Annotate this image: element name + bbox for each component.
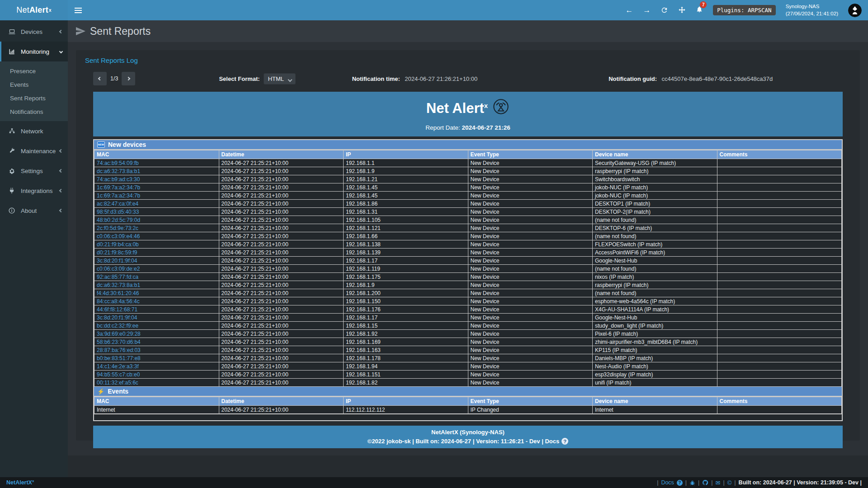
mac-link[interactable]: bc:dd:c2:32:f9:ee bbox=[97, 323, 138, 329]
mac-link[interactable]: 94:b5:55:c7:cb:e0 bbox=[97, 371, 140, 378]
table-cell: New Device bbox=[468, 200, 593, 208]
mac-link[interactable]: 00:11:32:ef:a5:6c bbox=[97, 380, 138, 386]
mac-link[interactable]: 2c:f0:5d:9e:73:2c bbox=[97, 225, 138, 231]
sidebar-item-network[interactable]: Network bbox=[0, 121, 68, 141]
laptop-icon bbox=[9, 29, 18, 35]
table-cell: 44:6f:f8:12:68:71 bbox=[94, 305, 219, 314]
mac-link[interactable]: 3c:8d:20:f1:9f:04 bbox=[97, 314, 137, 321]
mac-link[interactable]: ac:82:47:ca:0f:e4 bbox=[97, 201, 138, 207]
table-cell: 192.168.1.21 bbox=[344, 175, 468, 183]
mac-link[interactable]: 1c:69:7a:a2:34:7b bbox=[97, 192, 140, 199]
docs-help-icon[interactable]: ? bbox=[677, 480, 683, 486]
sidebar-item-settings[interactable]: Settings bbox=[0, 161, 68, 181]
table-cell bbox=[717, 167, 842, 175]
mac-link[interactable]: 3c:8d:20:f1:9f:04 bbox=[97, 258, 137, 264]
sidebar-subitem-notifications[interactable]: Notifications bbox=[0, 105, 68, 118]
docs-link[interactable]: Docs bbox=[661, 479, 674, 486]
table-cell: 2024-06-27 21:25:21+10:00 bbox=[219, 175, 344, 183]
plugins-status-chip[interactable]: Plugins: ARPSCAN bbox=[713, 5, 775, 15]
table-cell: study_down_light (IP match) bbox=[593, 322, 717, 330]
mac-link[interactable]: 28:87:ba:76:ed:03 bbox=[97, 347, 141, 353]
table-cell: 2024-06-27 21:25:21+10:00 bbox=[219, 232, 344, 240]
table-cell: 2024-06-27 21:25:21+10:00 bbox=[219, 208, 344, 216]
table-cell: dc:a6:32:73:8a:b1 bbox=[94, 167, 219, 175]
mac-link[interactable]: d0:21:f9:b4:ca:0b bbox=[97, 241, 139, 248]
mac-link[interactable]: f4:4d:30:61:20:46 bbox=[97, 290, 139, 296]
table-row: dc:a6:32:73:8a:b12024-06-27 21:25:21+10:… bbox=[94, 281, 842, 289]
email-icon[interactable]: ✉ bbox=[716, 479, 721, 486]
format-select-wrap: HTML bbox=[264, 73, 296, 84]
mac-link[interactable]: 98:5f:d3:d5:40:33 bbox=[97, 209, 139, 215]
move-arrows-icon[interactable] bbox=[678, 6, 686, 14]
table-cell: 2024-06-27 21:25:21+10:00 bbox=[219, 249, 344, 257]
plug-icon bbox=[9, 188, 18, 194]
table-cell: 2024-06-27 21:25:21+10:00 bbox=[219, 371, 344, 379]
table-cell: 2024-06-27 21:25:21+10:00 bbox=[219, 167, 344, 175]
bug-report-icon[interactable] bbox=[689, 480, 695, 486]
mac-link[interactable]: c0:06:c3:09:de:e2 bbox=[97, 266, 140, 272]
footer-build-version: Built on: 2024-06-27 | Version: 21:39:05… bbox=[739, 479, 862, 486]
mac-link[interactable]: 92:ac:85:77:fd:ca bbox=[97, 274, 138, 280]
mac-link[interactable]: b0:be:83:51:77:e8 bbox=[97, 355, 141, 361]
host-info: Synology-NAS (27/06/2024, 21:41:02) bbox=[786, 3, 838, 17]
sidebar-item-integrations[interactable]: Integrations bbox=[0, 181, 68, 201]
table-cell bbox=[717, 192, 842, 200]
mac-link[interactable]: 74:ac:b9:54:09:fb bbox=[97, 160, 139, 166]
mac-link[interactable]: 44:6f:f8:12:68:71 bbox=[97, 306, 137, 313]
mac-link[interactable]: c0:06:c3:09:e4:46 bbox=[97, 233, 140, 239]
footer-brand[interactable]: NetAlertXx bbox=[6, 479, 34, 486]
table-row: 00:11:32:ef:a5:6c2024-06-27 21:25:21+10:… bbox=[94, 379, 842, 387]
mac-link[interactable]: 74:ac:b9:ad:c3:30 bbox=[97, 176, 140, 183]
report-footer-credits: ©2022 jokob-sk | Built on: 2024-06-27 | … bbox=[93, 438, 843, 445]
table-cell: bc:dd:c2:32:f9:ee bbox=[94, 322, 219, 330]
table-cell: 28:87:ba:76:ed:03 bbox=[94, 346, 219, 354]
sidebar-subitem-presence[interactable]: Presence bbox=[0, 64, 68, 78]
mac-link[interactable]: 1c:69:7a:a2:34:7b bbox=[97, 184, 140, 191]
github-icon[interactable] bbox=[702, 479, 708, 486]
brand-logo[interactable]: NetAlertx bbox=[0, 0, 68, 20]
next-page-button[interactable] bbox=[122, 72, 135, 85]
sidebar-item-devices[interactable]: Devices bbox=[0, 22, 68, 42]
mac-link[interactable]: 58:b6:23:70:d6:b4 bbox=[97, 339, 141, 345]
column-header: Event Type bbox=[468, 150, 593, 159]
sidebar-item-maintenance[interactable]: Maintenance bbox=[0, 141, 68, 161]
copyright-icon[interactable]: © bbox=[727, 479, 732, 486]
sidebar-item-monitoring[interactable]: Monitoring bbox=[0, 42, 68, 61]
mac-link[interactable]: dc:a6:32:73:8a:b1 bbox=[97, 282, 140, 288]
table-cell: New Device bbox=[468, 289, 593, 297]
table-cell: (name not found) bbox=[593, 289, 717, 297]
mac-link[interactable]: 48:b0:2d:5c:79:0d bbox=[97, 217, 140, 223]
prev-page-button[interactable] bbox=[93, 72, 107, 85]
netalertx-logo-icon bbox=[492, 98, 509, 119]
mac-link[interactable]: 3a:9d:69:e0:29:28 bbox=[97, 331, 141, 337]
page-title: Sent Reports bbox=[90, 25, 151, 38]
sidebar-item-label: About bbox=[21, 207, 60, 214]
mac-link[interactable]: dc:a6:32:73:8a:b1 bbox=[97, 168, 140, 174]
sidebar-subitem-events[interactable]: Events bbox=[0, 78, 68, 91]
nav-back-icon[interactable]: ← bbox=[625, 6, 633, 14]
mac-link[interactable]: 14:c1:4e:2e:a3:3f bbox=[97, 363, 139, 370]
sent-reports-log-link[interactable]: Sent Reports Log bbox=[85, 56, 138, 64]
notifications-bell-icon[interactable]: 7 bbox=[696, 5, 703, 15]
sidebar-item-about[interactable]: About bbox=[0, 201, 68, 221]
top-navbar: NetAlertx ← → 7 Plugins: ARPSCAN Synolog… bbox=[0, 0, 868, 20]
nav-forward-icon[interactable]: → bbox=[643, 6, 651, 14]
table-row: 14:c1:4e:2e:a3:3f2024-06-27 21:25:21+10:… bbox=[94, 362, 842, 371]
sidebar-subitem-sent-reports[interactable]: Sent Reports bbox=[0, 91, 68, 105]
mac-link[interactable]: 84:cc:a8:4a:56:4c bbox=[97, 298, 140, 305]
table-cell: 192.168.1.31 bbox=[344, 208, 468, 216]
format-select[interactable]: HTML bbox=[264, 73, 296, 84]
table-cell: Google-Nest-Hub bbox=[593, 257, 717, 265]
table-cell: 192.168.1.94 bbox=[344, 362, 468, 371]
table-cell: 192.168.1.17 bbox=[344, 314, 468, 322]
mac-link[interactable]: d0:21:f9:8c:59:f9 bbox=[97, 249, 137, 256]
sidebar-item-label: Settings bbox=[21, 168, 60, 174]
table-cell bbox=[717, 208, 842, 216]
report-date: Report Date: 2024-06-27 21:26 bbox=[93, 124, 843, 131]
report-preview: Net Alertx Report Date: 2024-06-27 21:26… bbox=[93, 92, 843, 448]
user-avatar[interactable] bbox=[848, 4, 862, 17]
refresh-icon[interactable] bbox=[660, 6, 668, 14]
sidebar-toggle-button[interactable] bbox=[68, 0, 89, 20]
table-cell: 192.168.1.9 bbox=[344, 167, 468, 175]
help-question-icon[interactable]: ? bbox=[561, 438, 568, 445]
